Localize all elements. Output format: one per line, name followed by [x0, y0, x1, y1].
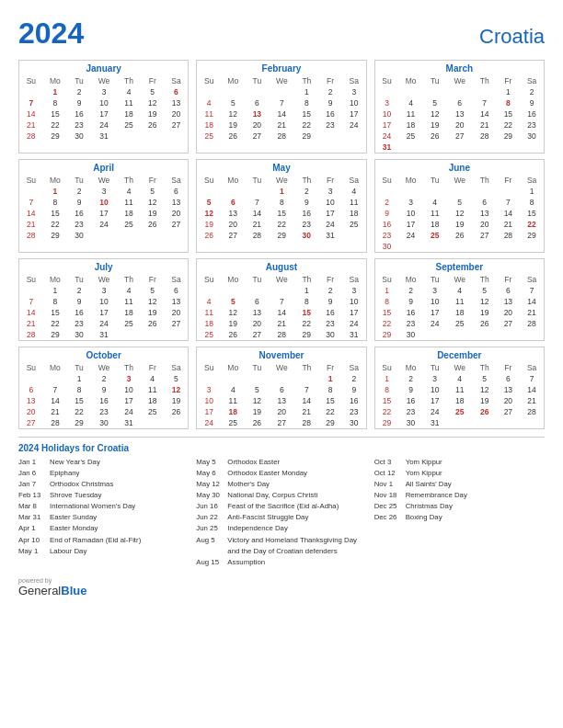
month-title: December [375, 347, 544, 362]
cal-day: 13 [269, 395, 294, 406]
cal-day: 7 [19, 197, 43, 208]
cal-day: 5 [473, 373, 497, 384]
cal-day [447, 142, 473, 153]
cal-day: 8 [294, 97, 318, 108]
cal-day [269, 285, 294, 296]
cal-day: 2 [294, 186, 318, 197]
cal-day: 12 [447, 208, 473, 219]
day-header: Sa [165, 175, 189, 186]
day-header: We [447, 75, 473, 86]
day-header: Fr [318, 362, 342, 373]
day-header: We [91, 75, 117, 86]
cal-day: 1 [294, 285, 318, 296]
cal-day: 24 [197, 417, 221, 428]
day-header: We [269, 75, 294, 86]
cal-day [423, 86, 447, 97]
holiday-item: Apr 10End of Ramadan (Eid al-Fitr) [18, 535, 189, 546]
day-header: Su [19, 175, 43, 186]
day-header: Mo [398, 362, 422, 373]
cal-day: 4 [117, 186, 141, 197]
cal-day: 20 [165, 108, 189, 119]
holiday-name: International Women's Day [50, 501, 135, 512]
cal-day: 30 [67, 230, 91, 241]
cal-day [447, 329, 473, 340]
month-title: April [19, 160, 188, 175]
cal-day: 29 [294, 329, 318, 340]
cal-day: 25 [117, 119, 141, 131]
holiday-date: Feb 13 [18, 490, 46, 501]
cal-day: 30 [91, 417, 117, 428]
day-header: Th [294, 75, 318, 86]
cal-day: 3 [117, 373, 141, 384]
cal-day: 15 [375, 307, 399, 318]
cal-day: 10 [91, 197, 117, 208]
cal-day: 3 [91, 86, 117, 97]
cal-day: 28 [43, 417, 67, 428]
cal-day: 26 [246, 417, 270, 428]
cal-day: 31 [117, 417, 141, 428]
cal-day: 25 [398, 131, 422, 142]
day-header: Su [197, 75, 221, 86]
cal-table: SuMoTuWeThFrSa12345678910111213141516171… [19, 274, 188, 340]
holiday-name: Boxing Day [406, 512, 442, 523]
day-header: Su [375, 75, 399, 86]
cal-day: 5 [473, 285, 497, 296]
holidays-section: 2024 Holidays for Croatia Jan 1New Year'… [18, 437, 545, 568]
calendars-grid: JanuarySuMoTuWeThFrSa1234567891011121314… [18, 60, 545, 429]
cal-day: 22 [269, 219, 294, 230]
cal-day: 2 [342, 373, 366, 384]
cal-day [520, 142, 544, 153]
cal-day: 14 [294, 395, 318, 406]
cal-day: 10 [398, 208, 422, 219]
holiday-date: Nov 1 [374, 479, 402, 490]
holiday-name: New Year's Day [50, 457, 100, 468]
cal-day: 5 [141, 285, 165, 296]
cal-day: 15 [67, 395, 91, 406]
cal-day: 7 [43, 384, 67, 395]
cal-day [375, 186, 399, 197]
cal-day: 3 [318, 186, 342, 197]
cal-table: SuMoTuWeThFrSa12345678910111213141516171… [375, 274, 544, 340]
month-block-august: AugustSuMoTuWeThFrSa12345678910111213141… [196, 258, 366, 341]
cal-day: 5 [423, 97, 447, 108]
holiday-name: Feast of the Sacrifice (Eid al-Adha) [227, 501, 339, 512]
cal-day: 23 [375, 230, 399, 241]
cal-day: 25 [197, 329, 221, 340]
cal-day: 17 [375, 119, 399, 131]
cal-day [473, 186, 497, 197]
month-block-april: AprilSuMoTuWeThFrSa123456789101112131415… [18, 159, 189, 253]
cal-day: 25 [423, 230, 447, 241]
cal-day: 15 [43, 108, 67, 119]
cal-day: 3 [398, 197, 422, 208]
cal-day [342, 131, 366, 142]
cal-day: 22 [43, 219, 67, 230]
cal-day [423, 186, 447, 197]
cal-day: 29 [375, 417, 399, 428]
day-header: Th [117, 75, 141, 86]
holiday-item: Aug 15Assumption [196, 557, 366, 568]
holiday-item: May 5Orthodox Easter [196, 457, 366, 468]
cal-day [473, 417, 497, 428]
cal-day: 27 [473, 230, 497, 241]
cal-day: 19 [473, 307, 497, 318]
cal-day [221, 186, 245, 197]
cal-day: 2 [67, 86, 91, 97]
cal-day: 8 [497, 97, 521, 108]
cal-day [473, 86, 497, 97]
cal-day: 19 [165, 395, 189, 406]
day-header: Mo [398, 175, 422, 186]
cal-day: 10 [117, 384, 141, 395]
footer: powered by GeneralBlue [18, 577, 545, 597]
cal-day: 17 [91, 307, 117, 318]
month-block-january: JanuarySuMoTuWeThFrSa1234567891011121314… [18, 60, 189, 154]
cal-day [497, 417, 521, 428]
holiday-date: Jan 6 [18, 468, 46, 479]
cal-day: 16 [67, 307, 91, 318]
cal-day [497, 241, 521, 252]
cal-day: 19 [473, 395, 497, 406]
holiday-name: Mother's Day [227, 479, 270, 490]
cal-day: 23 [294, 219, 318, 230]
holiday-item: Apr 1Easter Monday [18, 523, 189, 534]
cal-day: 12 [165, 384, 189, 395]
cal-day: 9 [318, 296, 342, 307]
